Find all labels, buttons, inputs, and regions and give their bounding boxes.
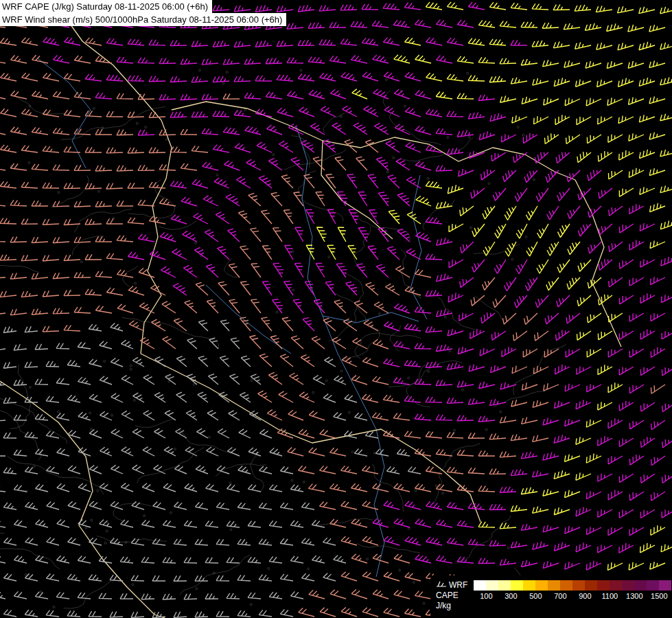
legend-swatch: [647, 580, 659, 591]
legend-swatch: [535, 580, 548, 591]
legend-variable-label: CAPE: [436, 591, 467, 601]
wind-barb-icon: [436, 580, 447, 591]
legend-color-scale: [474, 580, 672, 591]
legend-swatch: [634, 580, 647, 591]
wind-barb-map-canvas: [0, 0, 672, 618]
legend-swatch: [486, 580, 498, 591]
legend-swatch: [610, 580, 622, 591]
legend-swatch: [585, 580, 597, 591]
weather-map-page: WRF CAPE (J/kg) Saturday 08-11-2025 06:0…: [0, 0, 672, 618]
map-title-cape: WRF CAPE (J/kg) Saturday 08-11-2025 06:0…: [0, 0, 212, 13]
legend-tick-label: 100: [480, 592, 492, 600]
legend-swatch: [572, 580, 585, 591]
legend-units-label: J/kg: [436, 601, 467, 611]
legend-swatch: [622, 580, 634, 591]
legend-swatch: [659, 580, 671, 591]
legend-tick-label: 1100: [602, 592, 618, 600]
legend-swatch: [597, 580, 610, 591]
map-titles: WRF CAPE (J/kg) Saturday 08-11-2025 06:0…: [0, 0, 286, 26]
legend-swatch: [560, 580, 572, 591]
legend-tick-label: 700: [554, 592, 566, 600]
legend-label-block: WRF CAPE J/kg: [436, 580, 467, 611]
legend-swatch: [511, 580, 523, 591]
legend-tick-label: 1300: [626, 592, 642, 600]
legend-swatch: [523, 580, 535, 591]
legend-tick-label: 1500: [651, 592, 667, 600]
legend-tick-label: 900: [579, 592, 591, 600]
legend-tick-label: 300: [505, 592, 517, 600]
map-title-wind-shear: WRF Wind shear (m/s) 500/1000hPa Saturda…: [0, 13, 286, 26]
legend-scale-block: 100300500700900110013001500: [474, 580, 672, 601]
legend-swatch: [498, 580, 511, 591]
legend-swatch: [474, 580, 486, 591]
legend-model-label: WRF: [449, 580, 467, 591]
legend-swatch: [548, 580, 560, 591]
legend-tick-label: 500: [529, 592, 542, 600]
legend-tick-labels: 100300500700900110013001500: [474, 592, 672, 601]
cape-legend: WRF CAPE J/kg 10030050070090011001300150…: [430, 575, 672, 618]
